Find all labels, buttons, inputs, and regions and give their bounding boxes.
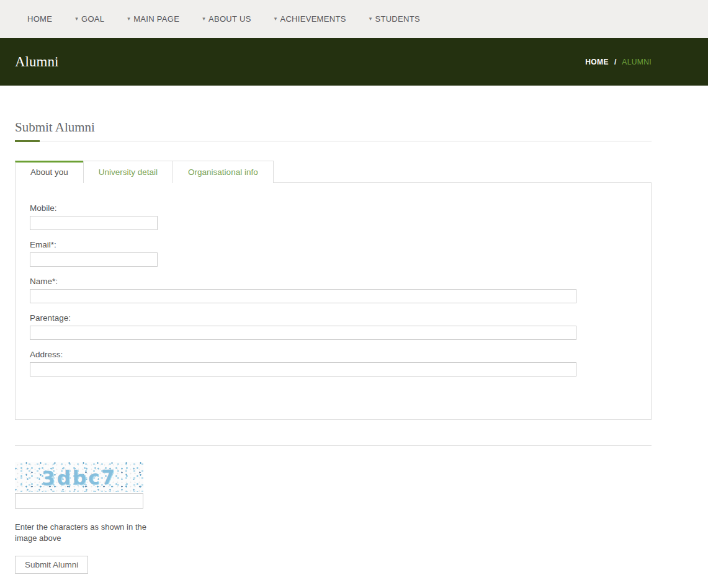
nav-item-achievements[interactable]: ▾ACHIEVEMENTS bbox=[274, 14, 346, 24]
email-input[interactable] bbox=[30, 252, 158, 267]
top-nav: HOME ▾GOAL ▾MAIN PAGE ▾ABOUT US ▾ACHIEVE… bbox=[0, 0, 708, 38]
nav-item-label: STUDENTS bbox=[375, 14, 419, 24]
caret-down-icon: ▾ bbox=[127, 16, 130, 22]
field-name: Name*: bbox=[30, 277, 651, 303]
name-input[interactable] bbox=[30, 289, 576, 303]
mobile-label: Mobile: bbox=[30, 203, 651, 213]
field-address: Address: bbox=[30, 350, 651, 376]
form-panel: Mobile: Email*: Name*: Parentage: Addres… bbox=[15, 182, 652, 420]
nav-item-goal[interactable]: ▾GOAL bbox=[75, 14, 104, 24]
field-mobile: Mobile: bbox=[30, 203, 651, 230]
nav-item-main-page[interactable]: ▾MAIN PAGE bbox=[127, 14, 179, 24]
field-email: Email*: bbox=[30, 240, 651, 267]
content-container: Submit Alumni About you University detai… bbox=[15, 120, 652, 574]
page-banner: Alumni HOME / ALUMNI bbox=[0, 38, 708, 86]
email-label: Email*: bbox=[30, 240, 651, 249]
captcha-input[interactable] bbox=[15, 493, 143, 509]
nav-item-about-us[interactable]: ▾ABOUT US bbox=[202, 14, 251, 24]
nav-item-label: MAIN PAGE bbox=[133, 14, 179, 24]
nav-item-label: ABOUT US bbox=[208, 14, 251, 24]
tab-about-you[interactable]: About you bbox=[15, 161, 84, 183]
breadcrumb: HOME / ALUMNI bbox=[585, 58, 652, 66]
page-title: Alumni bbox=[15, 54, 58, 70]
submit-alumni-button[interactable]: Submit Alumni bbox=[15, 556, 88, 574]
caret-down-icon: ▾ bbox=[202, 16, 205, 22]
field-parentage: Parentage: bbox=[30, 313, 651, 340]
breadcrumb-separator: / bbox=[614, 58, 616, 66]
captcha-block: 3dbc7 bbox=[15, 462, 143, 509]
section-heading: Submit Alumni bbox=[15, 120, 652, 141]
address-label: Address: bbox=[30, 350, 651, 359]
address-input[interactable] bbox=[30, 362, 576, 376]
tab-bar: About you University detail Organisation… bbox=[15, 161, 652, 182]
section-divider bbox=[15, 445, 652, 446]
captcha-image: 3dbc7 bbox=[15, 462, 143, 492]
captcha-instruction: Enter the characters as shown in the ima… bbox=[15, 522, 146, 544]
breadcrumb-current: ALUMNI bbox=[622, 58, 652, 66]
captcha-code-text: 3dbc7 bbox=[15, 462, 143, 492]
caret-down-icon: ▾ bbox=[369, 16, 372, 22]
nav-item-label: ACHIEVEMENTS bbox=[280, 14, 346, 24]
breadcrumb-home-link[interactable]: HOME bbox=[585, 58, 609, 66]
name-label: Name*: bbox=[30, 277, 651, 286]
tab-university-detail[interactable]: University detail bbox=[83, 161, 173, 183]
parentage-label: Parentage: bbox=[30, 313, 651, 323]
caret-down-icon: ▾ bbox=[274, 16, 277, 22]
nav-item-label: HOME bbox=[27, 14, 52, 24]
mobile-input[interactable] bbox=[30, 216, 158, 230]
caret-down-icon: ▾ bbox=[75, 16, 78, 22]
nav-item-label: GOAL bbox=[81, 14, 104, 24]
nav-item-students[interactable]: ▾STUDENTS bbox=[369, 14, 420, 24]
parentage-input[interactable] bbox=[30, 326, 576, 340]
nav-item-home[interactable]: HOME bbox=[27, 14, 52, 24]
tab-organisational-info[interactable]: Organisational info bbox=[173, 161, 274, 183]
